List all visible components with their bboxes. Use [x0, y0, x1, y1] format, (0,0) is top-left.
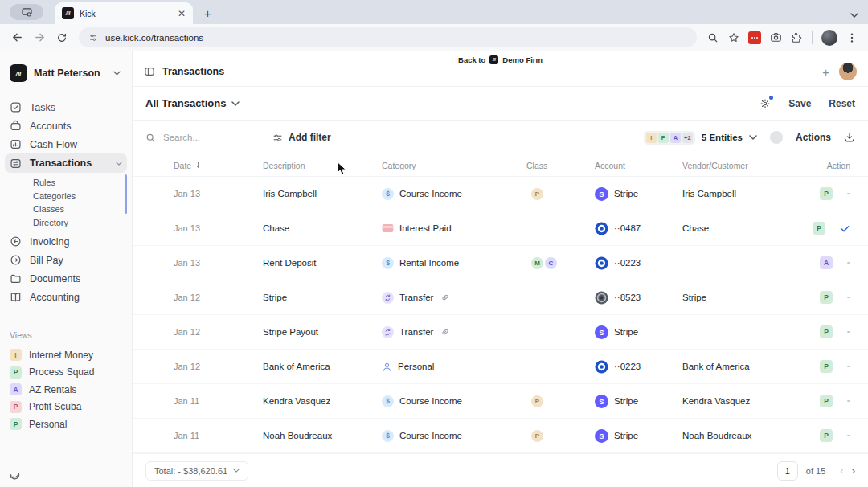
cell-account[interactable]: S Stripe	[595, 395, 682, 408]
sidebar-item-documents[interactable]: Documents	[0, 269, 132, 288]
sidebar-item-invoicing[interactable]: Invoicing	[0, 232, 132, 251]
tab-close-icon[interactable]: ✕	[178, 9, 186, 18]
tab-list-chevron-icon[interactable]	[850, 13, 858, 18]
forward-button[interactable]	[29, 27, 50, 48]
extension-badge-icon[interactable]	[745, 28, 764, 47]
cell-class[interactable]: M C	[526, 257, 595, 269]
row-approved-check-icon[interactable]	[840, 223, 850, 234]
url-bar[interactable]: use.kick.co/transactions	[79, 27, 697, 47]
table-row[interactable]: Jan 12 Stripe Transfer ··8523 Stripe P	[133, 280, 868, 315]
cell-category[interactable]: $ Course Income	[382, 188, 526, 200]
column-header-description[interactable]: Description	[263, 161, 382, 170]
sidebar-toggle-icon[interactable]	[144, 66, 155, 77]
column-header-vendor[interactable]: Vendor/Customer	[682, 161, 786, 170]
cell-vendor[interactable]: Kendra Vasquez	[682, 396, 786, 406]
actions-button[interactable]: Actions	[796, 132, 831, 143]
transactions-view-selector[interactable]: All Transactions	[145, 97, 240, 109]
action-entity-badge[interactable]: P	[820, 187, 833, 200]
cell-account[interactable]: S Stripe	[595, 187, 682, 201]
table-row[interactable]: Jan 12 Stripe Payout Transfer S Stripe P	[133, 315, 868, 350]
sidebar-item-tasks[interactable]: Tasks	[0, 98, 132, 117]
sidebar-item-accounts[interactable]: Accounts	[0, 117, 132, 135]
reload-button[interactable]	[51, 27, 72, 48]
sidebar-view-profit-scuba[interactable]: P Profit Scuba	[0, 399, 132, 416]
cell-description[interactable]: Rent Deposit	[263, 258, 382, 268]
table-row[interactable]: Jan 13 Chase Interest Paid ··0487 Chase …	[133, 211, 868, 246]
cell-description[interactable]: Stripe Payout	[263, 327, 382, 337]
cell-vendor[interactable]: Iris Campbell	[682, 189, 786, 198]
sidebar-view-az-rentals[interactable]: A AZ Rentals	[0, 381, 132, 399]
next-page-button[interactable]: ›	[852, 465, 855, 476]
back-button[interactable]	[6, 27, 27, 48]
reset-button[interactable]: Reset	[829, 98, 855, 109]
site-settings-icon[interactable]	[88, 33, 98, 43]
entities-selector[interactable]: I P A +2 5 Entities	[644, 131, 757, 145]
sidebar-item-accounting[interactable]: Accounting	[0, 288, 132, 306]
cell-category[interactable]: Transfer	[382, 292, 526, 304]
column-header-action[interactable]: Action	[786, 161, 850, 170]
cell-description[interactable]: Bank of America	[263, 362, 382, 371]
bookmark-star-icon[interactable]	[724, 28, 743, 47]
cell-class[interactable]: P	[526, 395, 595, 407]
action-entity-badge[interactable]: P	[820, 291, 833, 304]
search-box[interactable]	[145, 132, 250, 143]
sidebar-view-internet-money[interactable]: I Internet Money	[0, 346, 132, 364]
extensions-puzzle-icon[interactable]	[787, 28, 806, 47]
total-summary-button[interactable]: Total: - $38,620.61	[145, 461, 248, 481]
cell-category[interactable]: $ Course Income	[382, 395, 526, 407]
action-entity-badge[interactable]: P	[820, 325, 833, 338]
chat-help-button[interactable]	[8, 467, 21, 480]
browser-menu-kebab-icon[interactable]	[842, 28, 862, 47]
cell-category[interactable]: Transfer	[382, 326, 526, 338]
sidebar-item-transactions[interactable]: Transactions	[5, 153, 127, 173]
browser-profile-avatar[interactable]	[821, 30, 837, 46]
sidebar-scrollbar-thumb[interactable]	[125, 174, 127, 214]
sidebar-subitem-rules[interactable]: Rules	[0, 176, 132, 190]
cell-class[interactable]: P	[526, 430, 595, 442]
add-button[interactable]: +	[822, 66, 829, 78]
column-header-date[interactable]: Date	[174, 161, 263, 170]
sidebar-subitem-categories[interactable]: Categories	[0, 190, 132, 203]
page-number-input[interactable]: 1	[777, 461, 798, 481]
sidebar-subitem-directory[interactable]: Directory	[0, 216, 132, 230]
download-export-icon[interactable]	[844, 132, 855, 143]
sidebar-subitem-classes[interactable]: Classes	[0, 203, 132, 216]
assignee-placeholder-circle[interactable]	[770, 131, 783, 144]
action-entity-badge[interactable]: P	[813, 222, 825, 235]
cell-description[interactable]: Chase	[263, 223, 382, 233]
cell-account[interactable]: S Stripe	[595, 325, 682, 339]
zoom-icon[interactable]	[703, 28, 723, 47]
cell-category[interactable]: Personal	[382, 362, 526, 372]
table-row[interactable]: Jan 11 Kendra Vasquez $ Course Income P …	[133, 384, 868, 419]
table-row[interactable]: Jan 12 Bank of America Personal ··0223 B…	[133, 350, 868, 384]
cell-account[interactable]: ··0223	[595, 256, 682, 270]
cell-vendor[interactable]: Chase	[682, 223, 786, 233]
cell-account[interactable]: ··0487	[595, 222, 682, 235]
camera-icon[interactable]	[766, 28, 785, 47]
settings-gear-button[interactable]	[760, 98, 771, 109]
sidebar-item-bill-pay[interactable]: Bill Pay	[0, 251, 132, 269]
column-header-category[interactable]: Category	[382, 161, 526, 170]
table-row[interactable]: Jan 13 Rent Deposit $ Rental Income M C …	[133, 246, 868, 280]
cell-vendor[interactable]: Noah Boudreaux	[682, 431, 786, 440]
save-button[interactable]: Save	[788, 98, 811, 109]
table-row[interactable]: Jan 11 Noah Boudreaux $ Course Income P …	[133, 419, 868, 453]
cell-account[interactable]: S Stripe	[595, 429, 682, 443]
action-entity-badge[interactable]: A	[820, 256, 833, 269]
browser-tab-active[interactable]: /II Kick ✕	[55, 2, 193, 24]
cell-description[interactable]: Iris Campbell	[263, 189, 382, 198]
user-avatar[interactable]	[839, 63, 857, 80]
cell-category[interactable]: $ Rental Income	[382, 257, 526, 269]
action-entity-badge[interactable]: P	[820, 360, 833, 373]
cell-class[interactable]: P	[526, 188, 595, 200]
previous-page-button[interactable]: ‹	[840, 465, 843, 476]
cell-vendor[interactable]: Stripe	[682, 293, 786, 302]
cell-vendor[interactable]: Bank of America	[682, 362, 786, 371]
workspace-switcher[interactable]: /II Matt Peterson	[0, 61, 132, 85]
cell-category[interactable]: Interest Paid	[382, 223, 526, 233]
sidebar-item-cash-flow[interactable]: Cash Flow	[0, 135, 132, 153]
cell-description[interactable]: Noah Boudreaux	[263, 431, 382, 440]
action-entity-badge[interactable]: P	[820, 429, 833, 442]
cell-description[interactable]: Kendra Vasquez	[263, 396, 382, 406]
cell-account[interactable]: ··8523	[595, 291, 682, 305]
